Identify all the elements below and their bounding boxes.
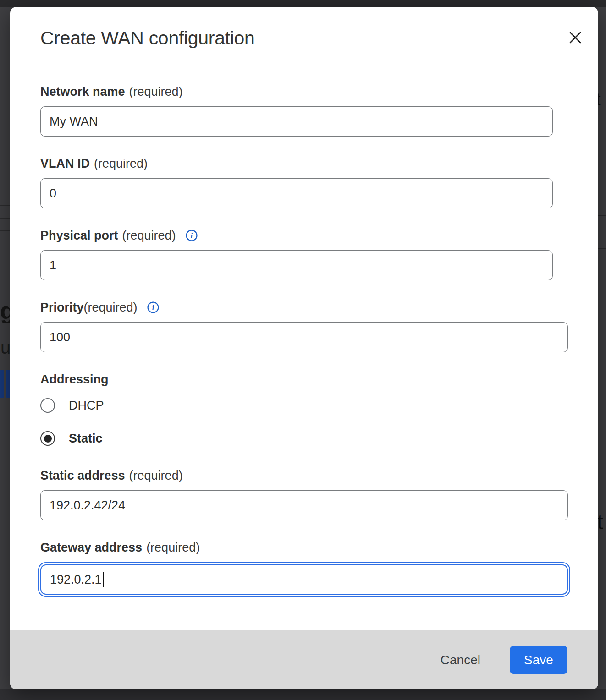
dialog-footer: Cancel Save	[10, 630, 598, 689]
physical-port-label: Physical port (required) i	[40, 228, 568, 243]
svg-text:i: i	[190, 232, 193, 240]
cancel-button[interactable]: Cancel	[434, 648, 487, 672]
background-text-fragment: g	[0, 297, 10, 323]
static-address-label: Static address (required)	[40, 468, 568, 483]
background-row-divider	[0, 218, 10, 219]
background-bottom-area	[0, 689, 606, 700]
gateway-address-value: 192.0.2.1	[50, 573, 102, 587]
gateway-address-label: Gateway address (required)	[40, 540, 568, 555]
background-row-divider	[598, 215, 606, 216]
background-text-fragment: t	[597, 509, 606, 533]
priority-label: Priority (required) i	[40, 300, 568, 315]
background-button-fragment	[0, 370, 4, 398]
info-icon[interactable]: i	[185, 229, 198, 242]
vlan-id-label: VLAN ID (required)	[40, 156, 568, 171]
background-row-divider	[598, 248, 606, 249]
network-name-input[interactable]	[40, 106, 553, 137]
addressing-heading: Addressing	[40, 372, 568, 387]
gateway-address-input[interactable]: 192.0.2.1	[40, 564, 568, 595]
priority-input[interactable]	[40, 322, 568, 352]
dialog-title: Create WAN configuration	[40, 26, 568, 50]
svg-text:i: i	[152, 304, 154, 312]
background-top-bar	[0, 0, 606, 7]
save-button[interactable]: Save	[510, 646, 567, 674]
background-row-divider	[0, 230, 10, 231]
radio-selected-icon[interactable]	[40, 431, 55, 446]
create-wan-configuration-dialog: Create WAN configuration Network name (r…	[10, 7, 598, 689]
background-row-divider	[598, 437, 606, 438]
network-name-label: Network name (required)	[40, 84, 568, 99]
physical-port-input[interactable]	[40, 250, 553, 280]
addressing-option-dhcp[interactable]: DHCP	[40, 398, 568, 413]
background-text-fragment: u	[0, 337, 10, 355]
info-icon[interactable]: i	[147, 301, 160, 314]
radio-unselected-icon[interactable]	[40, 398, 55, 413]
background-button-fragment	[6, 370, 10, 398]
background-row-divider	[598, 470, 606, 470]
vlan-id-input[interactable]	[40, 178, 553, 208]
static-radio-label[interactable]: Static	[69, 432, 103, 446]
static-address-input[interactable]	[40, 490, 568, 520]
addressing-option-static[interactable]: Static	[40, 431, 568, 446]
text-caret	[103, 572, 104, 587]
background-row-divider	[0, 205, 10, 206]
dhcp-radio-label[interactable]: DHCP	[69, 399, 104, 413]
